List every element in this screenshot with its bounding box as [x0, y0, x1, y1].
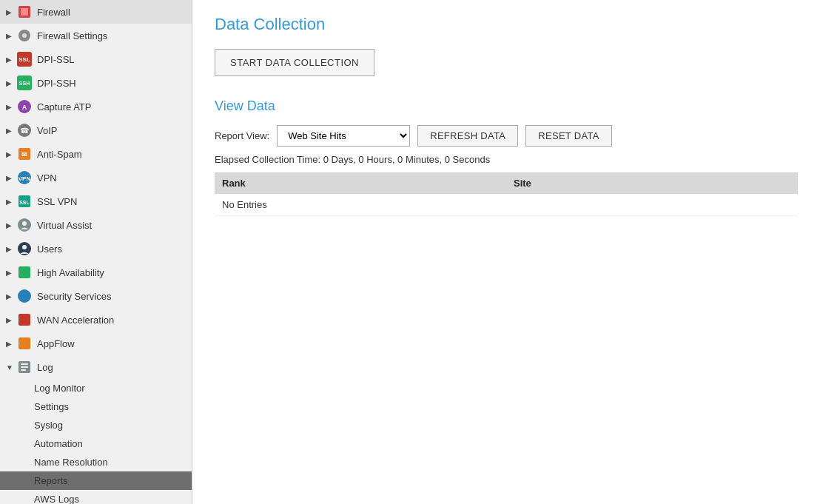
svg-point-17: [22, 245, 27, 249]
sub-item-label: Automation: [34, 438, 83, 449]
sidebar-sub-item-reports[interactable]: Reports: [0, 471, 192, 490]
sub-item-label: Reports: [34, 475, 68, 486]
vpn-icon: VPN: [16, 169, 33, 186]
high-availability-icon: [16, 264, 33, 280]
sidebar-item-security-services[interactable]: ▶ Security Services: [0, 284, 192, 308]
svg-text:✉: ✉: [21, 151, 27, 158]
table-header-site: Site: [506, 172, 798, 194]
sidebar-item-dpi-ssl[interactable]: ▶ SSL DPI-SSL: [0, 47, 192, 71]
dpi-ssl-icon: SSL: [16, 51, 33, 67]
sidebar-sub-item-syslog[interactable]: Syslog: [0, 416, 192, 434]
sub-item-label: Name Resolution: [34, 457, 108, 468]
sub-item-label: AWS Logs: [34, 494, 79, 504]
svg-rect-18: [19, 266, 30, 278]
arrow-icon: ▶: [6, 103, 15, 111]
arrow-icon: ▶: [6, 127, 15, 135]
firewall-icon: [16, 4, 33, 20]
appflow-icon: [16, 335, 33, 352]
svg-rect-21: [19, 337, 30, 349]
sidebar-item-users[interactable]: ▶ Users: [0, 237, 192, 261]
svg-text:SSL: SSL: [19, 200, 30, 205]
security-services-icon: [16, 288, 33, 304]
svg-text:VPN: VPN: [19, 175, 31, 182]
sidebar-item-label: Capture ATP: [37, 101, 91, 112]
sidebar-item-voip[interactable]: ▶ ☎ VoIP: [0, 118, 192, 142]
sidebar-sub-item-settings[interactable]: Settings: [0, 397, 192, 416]
sidebar-item-label: SSL VPN: [37, 196, 77, 207]
sidebar-item-appflow[interactable]: ▶ AppFlow: [0, 332, 192, 355]
table-cell-rank: No Entries: [215, 194, 506, 216]
report-view-select[interactable]: Web Site Hits Web Site Bandwidth Web Sit…: [277, 125, 410, 147]
svg-rect-25: [21, 369, 26, 371]
arrow-icon: ▶: [6, 198, 15, 206]
arrow-icon: ▶: [6, 269, 15, 277]
arrow-icon: ▶: [6, 8, 15, 16]
sidebar-item-label: Users: [37, 243, 62, 255]
sub-item-label: Settings: [34, 401, 69, 412]
arrow-icon: ▶: [6, 79, 15, 87]
sidebar-item-label: Firewall: [37, 7, 70, 18]
sub-item-label: Syslog: [34, 420, 63, 431]
anti-spam-icon: ✉: [16, 146, 33, 162]
report-view-label: Report View:: [215, 130, 269, 141]
sidebar-item-capture-atp[interactable]: ▶ A Capture ATP: [0, 95, 192, 118]
sidebar-item-label: VPN: [37, 172, 57, 184]
arrow-icon: ▶: [6, 32, 15, 40]
report-controls: Report View: Web Site Hits Web Site Band…: [215, 125, 798, 147]
sidebar-item-high-availability[interactable]: ▶ High Availability: [0, 261, 192, 284]
sidebar-item-log[interactable]: ▼ Log: [0, 355, 192, 379]
sidebar-sub-item-aws-logs[interactable]: AWS Logs: [0, 490, 192, 504]
sidebar-item-label: High Availability: [37, 267, 104, 278]
sidebar-item-label: WAN Acceleration: [37, 315, 114, 326]
arrow-icon: ▶: [6, 340, 15, 348]
svg-point-3: [22, 33, 27, 38]
sidebar-item-anti-spam[interactable]: ▶ ✉ Anti-Spam: [0, 142, 192, 166]
start-data-collection-button[interactable]: START DATA COLLECTION: [215, 49, 374, 76]
sidebar-item-firewall[interactable]: ▶ Firewall: [0, 0, 192, 24]
sidebar-item-label: DPI-SSL: [37, 54, 75, 65]
view-data-title: View Data: [215, 98, 798, 114]
sidebar-item-label: Security Services: [37, 291, 111, 302]
arrow-icon: ▶: [6, 56, 15, 64]
refresh-data-button[interactable]: REFRESH DATA: [417, 125, 518, 147]
svg-point-19: [18, 289, 31, 303]
table-header-rank: Rank: [215, 172, 506, 194]
sidebar-item-firewall-settings[interactable]: ▶ Firewall Settings: [0, 24, 192, 47]
sidebar: ▶ Firewall ▶ Firewall Settings ▶ SSL DPI…: [0, 0, 192, 504]
table-header-row: Rank Site: [215, 172, 798, 194]
virtual-assist-icon: [16, 217, 33, 233]
reset-data-button[interactable]: RESET DATA: [525, 125, 611, 147]
sidebar-item-label: DPI-SSH: [37, 78, 76, 89]
sidebar-item-label: Virtual Assist: [37, 220, 92, 231]
sidebar-item-ssl-vpn[interactable]: ▶ SSL SSL VPN: [0, 189, 192, 213]
arrow-icon: ▶: [6, 221, 15, 229]
sidebar-item-label: Log: [37, 362, 53, 373]
arrow-expanded-icon: ▼: [6, 363, 15, 372]
arrow-icon: ▶: [6, 174, 15, 182]
wan-acceleration-icon: [16, 312, 33, 328]
sidebar-sub-item-log-monitor[interactable]: Log Monitor: [0, 379, 192, 397]
voip-icon: ☎: [16, 122, 33, 138]
capture-atp-icon: A: [16, 98, 33, 115]
dpi-ssh-icon: SSH: [16, 75, 33, 91]
sidebar-item-label: VoIP: [37, 125, 57, 136]
log-icon: [16, 359, 33, 375]
elapsed-time: Elapsed Collection Time: 0 Days, 0 Hours…: [215, 154, 798, 165]
users-icon: [16, 241, 33, 257]
page-title: Data Collection: [215, 15, 798, 34]
sidebar-sub-item-name-resolution[interactable]: Name Resolution: [0, 453, 192, 471]
arrow-icon: ▶: [6, 150, 15, 158]
sidebar-item-label: Firewall Settings: [37, 30, 107, 41]
main-content: Data Collection START DATA COLLECTION Vi…: [192, 0, 820, 504]
svg-rect-24: [21, 366, 28, 368]
sidebar-item-wan-acceleration[interactable]: ▶ WAN Acceleration: [0, 308, 192, 332]
arrow-icon: ▶: [6, 316, 15, 324]
arrow-icon: ▶: [6, 245, 15, 253]
sidebar-item-virtual-assist[interactable]: ▶ Virtual Assist: [0, 213, 192, 237]
svg-point-15: [22, 221, 27, 226]
sidebar-item-label: AppFlow: [37, 338, 75, 349]
sidebar-item-vpn[interactable]: ▶ VPN VPN: [0, 166, 192, 189]
sidebar-item-dpi-ssh[interactable]: ▶ SSH DPI-SSH: [0, 71, 192, 95]
sub-item-label: Log Monitor: [34, 383, 85, 394]
sidebar-sub-item-automation[interactable]: Automation: [0, 434, 192, 453]
